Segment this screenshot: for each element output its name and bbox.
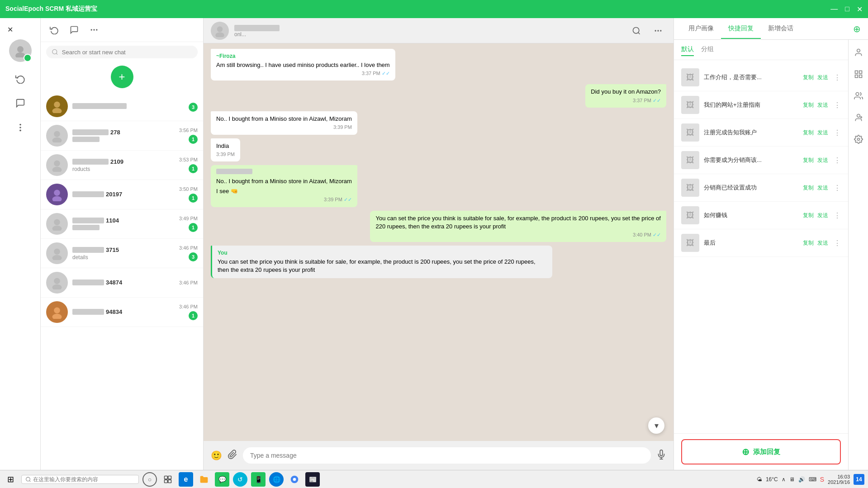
chat-info: 20197 bbox=[72, 191, 175, 199]
user-search-icon[interactable] bbox=[849, 43, 868, 62]
taskbar-whatsapp-icon[interactable]: 📱 bbox=[251, 472, 266, 487]
list-item[interactable]: 20197 3:50 PM 1 bbox=[41, 180, 203, 209]
start-button[interactable]: ⊞ bbox=[4, 473, 18, 486]
search-input[interactable] bbox=[62, 49, 192, 56]
taskbar-refresh-icon[interactable]: ↺ bbox=[233, 472, 247, 487]
qr-more-button[interactable]: ⋮ bbox=[834, 184, 841, 192]
sync-icon[interactable] bbox=[9, 67, 32, 90]
qr-send-button[interactable]: 发送 bbox=[817, 156, 828, 164]
qr-more-button[interactable]: ⋮ bbox=[834, 239, 841, 247]
qr-copy-button[interactable]: 复制 bbox=[803, 239, 814, 247]
list-item[interactable]: 278 3:56 PM 1 bbox=[41, 121, 203, 151]
settings-icon[interactable] bbox=[849, 130, 868, 148]
more-options-icon[interactable]: ⊕ bbox=[853, 24, 861, 34]
taskbar-widget-icon[interactable] bbox=[161, 472, 175, 487]
taskbar-wechat-icon[interactable]: 💬 bbox=[215, 472, 229, 487]
maximize-button[interactable]: □ bbox=[845, 5, 849, 14]
qr-send-button[interactable]: 发送 bbox=[817, 239, 828, 247]
tab-user-profile[interactable]: 用户画像 bbox=[681, 19, 721, 39]
list-item[interactable]: 34874 3:46 PM bbox=[41, 268, 203, 298]
list-item[interactable]: 2109 roducts 3:53 PM 1 bbox=[41, 151, 203, 180]
notification-count[interactable]: 14 bbox=[854, 474, 864, 485]
attachment-icon[interactable] bbox=[228, 450, 237, 462]
svg-line-30 bbox=[638, 32, 640, 34]
qr-copy-button[interactable]: 复制 bbox=[803, 212, 814, 219]
chat-meta: 3:46 PM bbox=[179, 280, 198, 285]
chat-time: 3:50 PM bbox=[179, 186, 198, 192]
keyboard-icon[interactable]: ⌨ bbox=[809, 476, 816, 483]
svg-point-46 bbox=[26, 477, 30, 481]
contacts-icon[interactable] bbox=[849, 87, 868, 105]
list-item[interactable]: 94834 3:46 PM 1 bbox=[41, 298, 203, 327]
notification-chevron[interactable]: ∧ bbox=[782, 476, 786, 483]
qr-more-button[interactable]: ⋮ bbox=[834, 128, 841, 137]
avatar bbox=[46, 125, 68, 147]
more-chat-icon[interactable] bbox=[650, 23, 666, 39]
svg-rect-49 bbox=[168, 476, 171, 479]
minimize-button[interactable]: — bbox=[830, 5, 838, 14]
new-chat-button[interactable]: + bbox=[111, 66, 133, 88]
list-item[interactable]: 1104 3:49 PM 1 bbox=[41, 209, 203, 239]
svg-point-20 bbox=[52, 226, 62, 231]
user-plus-icon[interactable] bbox=[849, 109, 868, 127]
search-chat-icon[interactable] bbox=[628, 23, 645, 39]
grid-icon[interactable] bbox=[849, 65, 868, 83]
scrm-icon[interactable]: S bbox=[820, 476, 824, 483]
subtab-group[interactable]: 分组 bbox=[701, 43, 714, 56]
chat-header-icon[interactable] bbox=[66, 22, 82, 38]
svg-rect-39 bbox=[855, 75, 858, 78]
scroll-down-button[interactable]: ▾ bbox=[648, 417, 664, 434]
qr-send-button[interactable]: 发送 bbox=[817, 184, 828, 192]
qr-send-button[interactable]: 发送 bbox=[817, 212, 828, 219]
microphone-icon[interactable] bbox=[656, 450, 666, 462]
close-icon[interactable]: ✕ bbox=[4, 22, 17, 38]
qr-copy-button[interactable]: 复制 bbox=[803, 129, 814, 137]
list-item[interactable]: 3715 details 3:46 PM 3 bbox=[41, 239, 203, 268]
qr-copy-button[interactable]: 复制 bbox=[803, 184, 814, 192]
tab-quick-reply[interactable]: 快捷回复 bbox=[721, 19, 761, 39]
svg-point-45 bbox=[857, 138, 859, 141]
close-button[interactable]: ✕ bbox=[857, 5, 863, 14]
chat-time: 3:46 PM bbox=[179, 245, 198, 251]
chat-name: 94834 bbox=[72, 308, 175, 315]
message-input[interactable] bbox=[243, 447, 651, 464]
more-icon[interactable] bbox=[9, 116, 32, 139]
taskbar-folder-icon[interactable] bbox=[197, 472, 211, 487]
taskbar-browser-icon[interactable]: 🌐 bbox=[269, 472, 284, 487]
qr-text: 分销商已经设置成功 bbox=[704, 184, 798, 192]
svg-point-12 bbox=[52, 108, 62, 113]
taskbar-news-icon[interactable]: 📰 bbox=[305, 472, 320, 487]
qr-copy-button[interactable]: 复制 bbox=[803, 74, 814, 81]
svg-point-11 bbox=[54, 102, 60, 108]
emoji-icon[interactable]: 🙂 bbox=[211, 450, 222, 461]
qr-more-button[interactable]: ⋮ bbox=[834, 73, 841, 82]
qr-copy-button[interactable]: 复制 bbox=[803, 101, 814, 109]
chat-list-panel: + 3 bbox=[41, 18, 204, 470]
taskbar-circle-icon[interactable]: ○ bbox=[142, 472, 157, 487]
qr-copy-button[interactable]: 复制 bbox=[803, 156, 814, 164]
chat-icon[interactable] bbox=[9, 92, 32, 114]
message-item: Did you buy it on Amazon? 3:37 PM✓✓ bbox=[211, 84, 666, 108]
network-icon[interactable]: 🖥 bbox=[789, 476, 795, 483]
qr-more-button[interactable]: ⋮ bbox=[834, 211, 841, 220]
more-header-icon[interactable] bbox=[86, 22, 102, 38]
volume-icon[interactable]: 🔊 bbox=[798, 476, 805, 483]
right-panel-subtabs: 默认 分组 bbox=[674, 40, 848, 60]
taskbar-search-input[interactable] bbox=[33, 476, 135, 483]
qr-send-button[interactable]: 发送 bbox=[817, 74, 828, 81]
list-item[interactable]: 3 bbox=[41, 92, 203, 121]
sync-header-icon[interactable] bbox=[46, 22, 62, 38]
subtab-default[interactable]: 默认 bbox=[681, 43, 694, 56]
qr-send-button[interactable]: 发送 bbox=[817, 101, 828, 109]
chat-preview bbox=[72, 225, 175, 231]
taskbar-chrome-icon[interactable] bbox=[287, 472, 302, 487]
qr-send-button[interactable]: 发送 bbox=[817, 129, 828, 137]
svg-rect-51 bbox=[168, 479, 171, 483]
add-reply-button[interactable]: ⊕ 添加回复 bbox=[681, 439, 841, 464]
taskbar-edge-icon[interactable]: e bbox=[179, 472, 193, 487]
avatar bbox=[46, 301, 68, 323]
qr-more-button[interactable]: ⋮ bbox=[834, 101, 841, 109]
qr-more-button[interactable]: ⋮ bbox=[834, 156, 841, 165]
tab-new-chat[interactable]: 新增会话 bbox=[761, 19, 801, 39]
avatar bbox=[46, 95, 68, 117]
